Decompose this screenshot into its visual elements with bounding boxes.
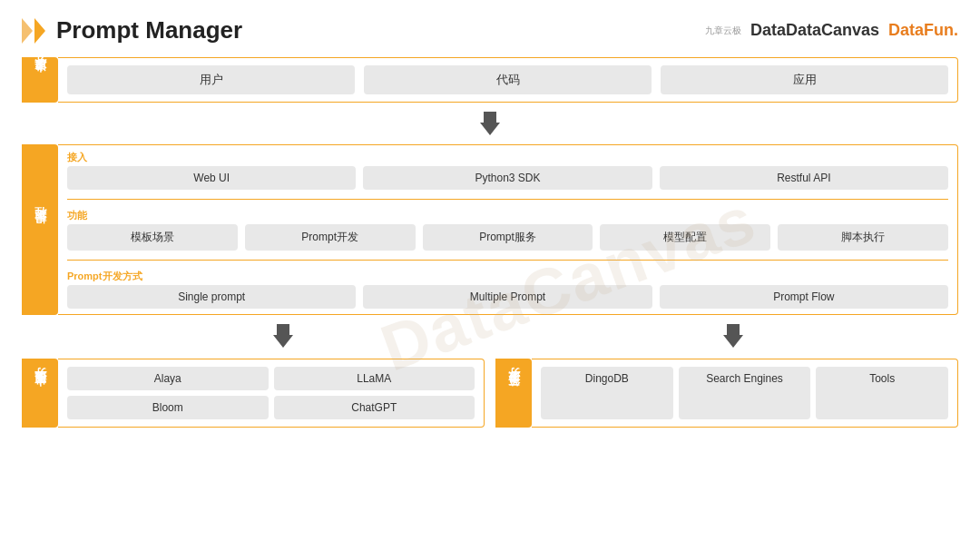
large-model-item-3: ChatGPT bbox=[274, 396, 475, 419]
access-item-0: Web UI bbox=[67, 166, 356, 190]
third-party-content: DingoDB Search Engines Tools bbox=[532, 359, 958, 428]
dev-mode-boxes: Single prompt Multiple Prompt Prompt Flo… bbox=[67, 285, 948, 309]
large-model-row: 大模型服务 Alaya LLaMA Bloom ChatGPT bbox=[22, 359, 485, 428]
header-left: Prompt Manager bbox=[22, 16, 242, 44]
left-arrow-head bbox=[273, 335, 293, 348]
prompt-eng-label: 提示工程 bbox=[22, 144, 58, 315]
page-title: Prompt Manager bbox=[56, 16, 242, 44]
brand-logos: 九章云极 DataDataCanvas DataFun. bbox=[705, 21, 958, 40]
dev-mode-section: Prompt开发方式 Single prompt Multiple Prompt… bbox=[67, 270, 948, 309]
left-arrow-shaft bbox=[277, 324, 289, 335]
access-section: 接入 Web UI Python3 SDK Restful API bbox=[67, 151, 948, 190]
large-model-item-0: Alaya bbox=[67, 367, 269, 390]
function-item-0: 模板场景 bbox=[67, 224, 238, 251]
bottom-arrows-row bbox=[22, 322, 958, 349]
third-party-item-1: Search Engines bbox=[679, 367, 811, 419]
upstream-label: 上游服务 bbox=[22, 57, 58, 103]
function-item-1: Prompt开发 bbox=[245, 224, 416, 251]
brand-nine-label: 九章云极 bbox=[705, 25, 741, 37]
access-boxes: Web UI Python3 SDK Restful API bbox=[67, 166, 948, 190]
large-model-item-2: Bloom bbox=[67, 396, 269, 419]
large-model-item-1: LLaMA bbox=[274, 367, 475, 390]
upstream-item-1: 代码 bbox=[364, 65, 652, 94]
dev-mode-label: Prompt开发方式 bbox=[67, 270, 948, 283]
right-down-arrow bbox=[723, 324, 743, 348]
arrow-shaft bbox=[484, 112, 496, 123]
bottom-section: 大模型服务 Alaya LLaMA Bloom ChatGPT 第三方服务 Di… bbox=[22, 359, 958, 428]
third-party-item-2: Tools bbox=[816, 367, 948, 419]
right-arrow-shaft bbox=[727, 324, 740, 335]
prompt-eng-content: 接入 Web UI Python3 SDK Restful API 功能 模板场… bbox=[58, 144, 958, 315]
right-arrow-container bbox=[508, 324, 958, 348]
main-content: 上游服务 用户 代码 应用 提示工程 接入 Web UI bbox=[22, 57, 958, 428]
header-chevrons bbox=[22, 18, 45, 44]
brand-datafun: DataFun. bbox=[888, 21, 958, 40]
function-section: 功能 模板场景 Prompt开发 Prompt服务 模型配置 脚本执行 bbox=[67, 209, 948, 251]
upstream-row: 上游服务 用户 代码 应用 bbox=[22, 57, 958, 103]
function-item-3: 模型配置 bbox=[600, 224, 770, 251]
access-item-1: Python3 SDK bbox=[363, 166, 652, 190]
divider-1 bbox=[67, 199, 948, 200]
upstream-item-0: 用户 bbox=[67, 65, 355, 94]
page-container: DataCanvas Prompt Manager 九章云极 DataDataC… bbox=[0, 0, 980, 551]
upstream-content: 用户 代码 应用 bbox=[58, 57, 958, 103]
left-arrow-container bbox=[22, 324, 508, 348]
function-label: 功能 bbox=[67, 209, 948, 222]
large-model-content: Alaya LLaMA Bloom ChatGPT bbox=[58, 359, 485, 428]
chevron-icon-1 bbox=[22, 18, 33, 44]
right-arrow-head bbox=[723, 335, 743, 348]
third-party-row: 第三方服务 DingoDB Search Engines Tools bbox=[495, 359, 958, 428]
function-item-2: Prompt服务 bbox=[423, 224, 593, 251]
dev-mode-item-0: Single prompt bbox=[67, 285, 356, 309]
function-item-4: 脚本执行 bbox=[778, 224, 948, 251]
large-model-label: 大模型服务 bbox=[22, 359, 58, 428]
left-down-arrow bbox=[273, 324, 293, 348]
chevron-icon-2 bbox=[34, 18, 45, 44]
access-label: 接入 bbox=[67, 151, 948, 164]
third-party-label: 第三方服务 bbox=[495, 359, 532, 428]
dev-mode-item-1: Multiple Prompt bbox=[363, 285, 652, 309]
prompt-engineering-row: 提示工程 接入 Web UI Python3 SDK Restful API 功… bbox=[22, 144, 958, 315]
third-party-item-0: DingoDB bbox=[541, 367, 673, 419]
main-arrow bbox=[480, 112, 500, 135]
upstream-item-2: 应用 bbox=[661, 65, 948, 94]
header: Prompt Manager 九章云极 DataDataCanvas DataF… bbox=[22, 16, 958, 44]
function-boxes: 模板场景 Prompt开发 Prompt服务 模型配置 脚本执行 bbox=[67, 224, 948, 251]
divider-2 bbox=[67, 260, 948, 261]
dev-mode-item-2: Prompt Flow bbox=[660, 285, 948, 309]
brand-datacanvas: DataDataCanvas bbox=[750, 21, 879, 40]
main-arrow-row bbox=[22, 110, 958, 137]
arrow-head bbox=[480, 123, 500, 135]
access-item-2: Restful API bbox=[660, 166, 948, 190]
